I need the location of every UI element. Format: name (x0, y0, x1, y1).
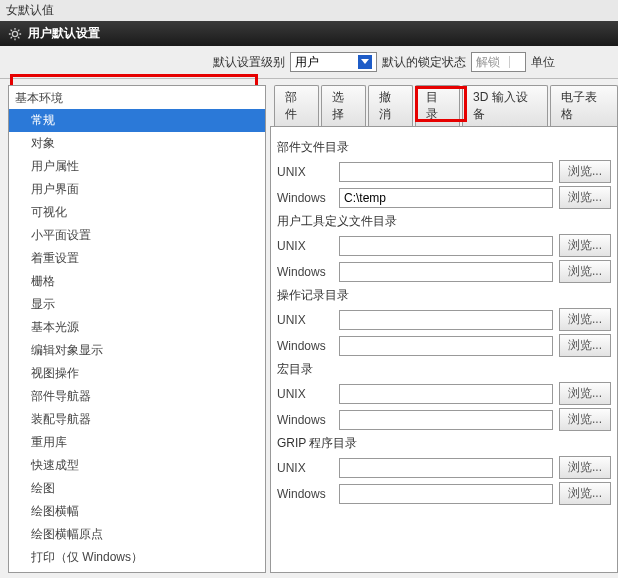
path-input[interactable] (339, 236, 553, 256)
section-title: 宏目录 (277, 361, 611, 378)
chevron-down-icon (358, 55, 372, 69)
tree-item[interactable]: 重用库 (9, 431, 265, 454)
section-title: 用户工具定义文件目录 (277, 213, 611, 230)
tree-item[interactable]: PDF 导出 (9, 569, 265, 573)
tab[interactable]: 目录 (415, 85, 460, 126)
tree-item[interactable]: 部件导航器 (9, 385, 265, 408)
path-input[interactable] (339, 484, 553, 504)
form-row: UNIX浏览... (277, 160, 611, 183)
browse-button[interactable]: 浏览... (559, 456, 611, 479)
form-row: Windows浏览... (277, 334, 611, 357)
tree-item[interactable]: 基本光源 (9, 316, 265, 339)
path-input[interactable] (339, 336, 553, 356)
lock-label: 默认的锁定状态 (382, 54, 466, 71)
tree-item[interactable]: 绘图 (9, 477, 265, 500)
lock-value: 解锁 (476, 54, 506, 71)
field-label: UNIX (277, 239, 333, 253)
svg-point-0 (12, 31, 17, 36)
form-row: Windows浏览... (277, 260, 611, 283)
browse-button[interactable]: 浏览... (559, 160, 611, 183)
level-value: 用户 (295, 54, 355, 71)
form-row: UNIX浏览... (277, 382, 611, 405)
tree-item[interactable]: 绘图横幅原点 (9, 523, 265, 546)
tree-item[interactable]: 打印（仅 Windows） (9, 546, 265, 569)
toolbar: 默认设置级别 用户 默认的锁定状态 解锁 单位 (0, 46, 618, 79)
path-input[interactable] (339, 188, 553, 208)
section-title: 部件文件目录 (277, 139, 611, 156)
field-label: Windows (277, 191, 333, 205)
tree-item[interactable]: 装配导航器 (9, 408, 265, 431)
browse-button[interactable]: 浏览... (559, 334, 611, 357)
browse-button[interactable]: 浏览... (559, 408, 611, 431)
field-label: UNIX (277, 165, 333, 179)
tree-item[interactable]: 显示 (9, 293, 265, 316)
tree-item[interactable]: 快速成型 (9, 454, 265, 477)
field-label: Windows (277, 413, 333, 427)
tab[interactable]: 部件 (274, 85, 319, 126)
tab-bar: 部件选择撤消目录3D 输入设备电子表格 (270, 85, 618, 126)
tree-item[interactable]: 绘图横幅 (9, 500, 265, 523)
field-label: Windows (277, 265, 333, 279)
browse-button[interactable]: 浏览... (559, 382, 611, 405)
titlebar: 用户默认设置 (0, 21, 618, 46)
tab[interactable]: 3D 输入设备 (462, 85, 548, 126)
field-label: UNIX (277, 313, 333, 327)
path-input[interactable] (339, 310, 553, 330)
browse-button[interactable]: 浏览... (559, 308, 611, 331)
tab[interactable]: 电子表格 (550, 85, 618, 126)
tree-item[interactable]: 小平面设置 (9, 224, 265, 247)
form-row: UNIX浏览... (277, 234, 611, 257)
window-title: 用户默认设置 (28, 25, 100, 42)
level-combo[interactable]: 用户 (290, 52, 377, 72)
browse-button[interactable]: 浏览... (559, 186, 611, 209)
tab[interactable]: 撤消 (368, 85, 413, 126)
form-row: Windows浏览... (277, 482, 611, 505)
gear-icon (8, 27, 22, 41)
browse-button[interactable]: 浏览... (559, 234, 611, 257)
form-row: UNIX浏览... (277, 308, 611, 331)
form-row: Windows浏览... (277, 186, 611, 209)
tree-item[interactable]: 视图操作 (9, 362, 265, 385)
path-input[interactable] (339, 458, 553, 478)
tree-item[interactable]: 编辑对象显示 (9, 339, 265, 362)
right-pane: 部件选择撤消目录3D 输入设备电子表格 部件文件目录UNIX浏览...Windo… (270, 85, 618, 573)
path-input[interactable] (339, 262, 553, 282)
tree-item[interactable]: 常规 (9, 109, 265, 132)
form-row: UNIX浏览... (277, 456, 611, 479)
tree-item[interactable]: 可视化 (9, 201, 265, 224)
level-label: 默认设置级别 (213, 54, 285, 71)
path-input[interactable] (339, 162, 553, 182)
top-label: 女默认值 (0, 0, 618, 21)
tree-group[interactable]: 基本环境 (9, 86, 265, 109)
lock-combo[interactable]: 解锁 (471, 52, 526, 72)
tree-pane[interactable]: 基本环境常规对象用户属性用户界面可视化小平面设置着重设置栅格显示基本光源编辑对象… (8, 85, 266, 573)
tree-item[interactable]: 着重设置 (9, 247, 265, 270)
unit-label: 单位 (531, 54, 555, 71)
form-area: 部件文件目录UNIX浏览...Windows浏览...用户工具定义文件目录UNI… (270, 126, 618, 573)
tab[interactable]: 选择 (321, 85, 366, 126)
field-label: UNIX (277, 387, 333, 401)
browse-button[interactable]: 浏览... (559, 260, 611, 283)
form-row: Windows浏览... (277, 408, 611, 431)
section-title: GRIP 程序目录 (277, 435, 611, 452)
tree-item[interactable]: 用户属性 (9, 155, 265, 178)
path-input[interactable] (339, 384, 553, 404)
browse-button[interactable]: 浏览... (559, 482, 611, 505)
field-label: Windows (277, 487, 333, 501)
field-label: Windows (277, 339, 333, 353)
tree-item[interactable]: 对象 (9, 132, 265, 155)
section-title: 操作记录目录 (277, 287, 611, 304)
main-area: 基本环境常规对象用户属性用户界面可视化小平面设置着重设置栅格显示基本光源编辑对象… (0, 79, 618, 578)
field-label: UNIX (277, 461, 333, 475)
tree-item[interactable]: 用户界面 (9, 178, 265, 201)
tree-item[interactable]: 栅格 (9, 270, 265, 293)
path-input[interactable] (339, 410, 553, 430)
